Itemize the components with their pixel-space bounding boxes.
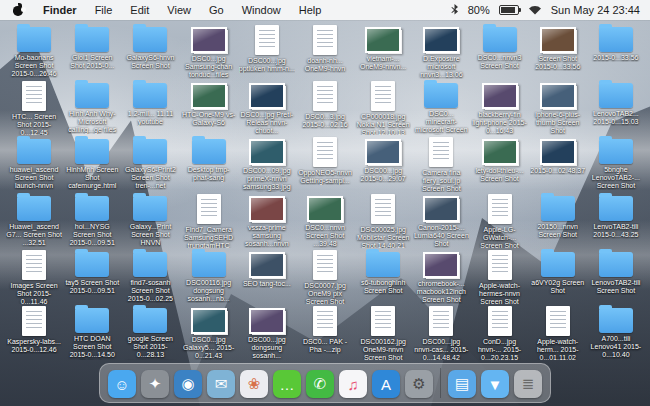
desktop-icon[interactable]: OppoNEO5-nnvn Getting-sampl... — [297, 136, 353, 191]
desktop-icon[interactable]: ConD...jpg hnvn-... 2015-0...20.23.15 — [471, 305, 527, 360]
desktop-icon[interactable]: 5bnghe LenovoTAB2-... Screen Shot — [588, 136, 644, 191]
desktop-icon[interactable]: DSC00...jpg nnvn-cas... 2015-0...14.48.4… — [413, 305, 469, 360]
dock-facetime-icon[interactable]: ✆ — [306, 370, 334, 398]
desktop-icon[interactable]: Apple-LG-GWatch-... Screen Shot 23.50.23 — [471, 193, 527, 248]
desktop-icon[interactable]: DSC00...09.jpg primeX-nnvn samsung33.jpg… — [239, 136, 295, 191]
desktop-icon[interactable]: Canon-2015-... Lumia640 Screen Shot — [413, 193, 469, 248]
desktop-icon[interactable]: DSC0...jpg Galaxy5... 2015-0...21.43 — [181, 305, 237, 360]
desktop-icon[interactable]: LenvoTAB2-tili 2015-0...43.25 — [588, 193, 644, 248]
desktop-icon[interactable]: DSC0... PAK - Pha -...zip — [297, 305, 353, 360]
desktop-icon[interactable]: DSC0...jpg Samsung-chan tonduc...files — [181, 24, 237, 79]
dock-itunes-icon[interactable]: ♫ — [339, 370, 367, 398]
dock-safari-icon[interactable]: ◉ — [174, 370, 202, 398]
apple-menu-icon[interactable] — [12, 4, 24, 16]
menu-file[interactable]: File — [86, 4, 122, 16]
desktop-icon[interactable]: huawei_ascend Screen Shot launch-nnvn — [6, 136, 62, 191]
desktop-icon[interactable]: Apple-watch-herm... 2015-0...01.11.02 — [530, 305, 586, 360]
desktop-icon[interactable]: Hinh Anh Why-Microsoft calling...ge file… — [64, 80, 120, 135]
dock-photos-icon[interactable]: ❀ — [240, 370, 268, 398]
desktop-icon[interactable]: GalaxyS6-Print2 Screen Shot tren-...net — [122, 136, 178, 191]
desktop-icon[interactable]: DSC0...jpg Preti-Releas nnvn-chuot... — [239, 80, 295, 135]
desktop-icon[interactable]: DSC0... minecraft-microsoft Screen Sh... — [413, 80, 469, 135]
menu-clock[interactable]: Sun May 24 23:44 — [551, 4, 640, 16]
desktop-icon[interactable]: CP000018.jpg Nokia N1 Screen Shot 12.10.… — [355, 80, 411, 135]
desktop-icon[interactable]: SEO tang-toc... — [239, 249, 295, 304]
desktop-icon[interactable]: DSC0007.jpg OneM9 pix Screen Shot 30.24.… — [297, 249, 353, 304]
desktop-icon[interactable]: google Screen Shot 2015-0...28.13 smartp… — [122, 305, 178, 360]
desktop-icon[interactable]: DSC0...nnvn Screen Shot ...39.48 — [297, 193, 353, 248]
desktop-icon[interactable]: DSC0...nnvn3 Screen Shot — [471, 24, 527, 79]
menu-help[interactable]: Help — [290, 4, 331, 16]
desktop-icon[interactable]: iphone-6-plus-thumb Screen Shot — [530, 80, 586, 135]
desktop-icon[interactable]: Galaxy...Print Screen Shot HNVN — [122, 193, 178, 248]
desktop-icon[interactable]: DSC0...3.jpg 2015-0...02.16 — [297, 80, 353, 135]
folder-icon — [75, 27, 109, 52]
doc-icon — [22, 306, 46, 336]
desktop-icon[interactable]: Kaspersky-labs... 2015-0...12.46 — [6, 305, 62, 360]
desktop-icon[interactable]: Mo-baonans Screen Shot 2015-0...26.46 — [6, 24, 62, 79]
menu-view[interactable]: View — [158, 4, 200, 16]
desktop-icon-label: 2015-0...02.48.37 — [530, 167, 586, 175]
desktop-icon-label: ConD...jpg hnvn-... 2015-0...20.23.15 — [471, 338, 527, 360]
desktop-icon[interactable]: DSC00...jpg dongsung sosanh... — [239, 305, 295, 360]
menu-app-finder[interactable]: Finder — [34, 4, 86, 16]
desktop-icon[interactable]: lety-doi-thieu-... Screen Shot — [471, 136, 527, 191]
desktop-icon-label: A700...tili Lenovo41 2015-0...10.40 — [588, 335, 644, 359]
desktop-icon[interactable]: a6VY02g Screen Shot — [530, 249, 586, 304]
desktop-icon[interactable]: Gioi1 Screen Shot 2015-0... — [64, 24, 120, 79]
desktop-icon[interactable]: 2015-0...02.48.37 — [530, 136, 586, 191]
dock-launchpad-icon[interactable]: ✦ — [141, 370, 169, 398]
desktop-icon[interactable]: 2015-0...33.56 — [588, 24, 644, 79]
desktop-icon[interactable]: find7-sosanh Screen Shot 2015-0...02.25 — [122, 249, 178, 304]
desktop-icon[interactable]: s6-tubonghinh Screen Shot — [355, 249, 411, 304]
dock-mail-icon[interactable]: ✉ — [207, 370, 235, 398]
dock-appstore-icon[interactable]: A — [372, 370, 400, 398]
dock-document-icon[interactable]: ▤ — [448, 370, 476, 398]
image-icon — [249, 139, 285, 165]
desktop-icon[interactable]: LenovoTAB2-tili Screen Shot — [588, 249, 644, 304]
dock-trash-icon[interactable]: ≣ — [514, 370, 542, 398]
bluetooth-icon[interactable] — [451, 4, 459, 16]
dock-system-preferences-icon[interactable]: ⚙ — [405, 370, 433, 398]
desktop-icon[interactable]: HinhMnh Screen Shot cafemurge.html — [64, 136, 120, 191]
desktop-icon[interactable]: Screen Shot 2015-0...33.56 — [530, 24, 586, 79]
desktop-icon[interactable]: GalaxyS6-hnvn Screen Shot — [122, 24, 178, 79]
dock-downloads-folder-icon[interactable]: ▼ — [481, 370, 509, 398]
desktop-icon[interactable]: Images Screen Shot 2015-0...11.46 — [6, 249, 62, 304]
desktop-icon[interactable]: HTC... Screen Shot 2015-0...12.45 — [6, 80, 62, 135]
desktop-icon[interactable]: hoi...NYSG Screen Shot 2015-0...09.51 — [64, 193, 120, 248]
desktop-icon[interactable]: Camera fina fiery_soul.jp Screen Shot — [413, 136, 469, 191]
menu-edit[interactable]: Edit — [121, 4, 158, 16]
desktop-icon[interactable]: DSC00116.jpg dongsung sosanh...nb... — [181, 249, 237, 304]
desktop-icon[interactable]: DSC00...jpg pptluken hmm-n... — [239, 24, 295, 79]
desktop-icon[interactable]: DSC00025.jpg Mobiistar Screen Shot 14.40… — [355, 193, 411, 248]
desktop-icon[interactable]: chromebook-... macbook12inch Screen Shot… — [413, 249, 469, 304]
desktop-icon[interactable]: Apple-watch-hermes-nnvn Screen Shot 02.2… — [471, 249, 527, 304]
wifi-icon[interactable] — [528, 5, 542, 15]
desktop-icon[interactable]: vietnam-... OneM9-nnvn... — [355, 24, 411, 79]
desktop-icon[interactable]: tay5 Screen Shot 2015-0...09.51 — [64, 249, 120, 304]
battery-icon[interactable] — [499, 5, 519, 15]
menu-go[interactable]: Go — [200, 4, 233, 16]
desktop-icon[interactable]: HTC-One-M9 vs-Galaxy-S6 — [181, 80, 237, 135]
desktop-icon[interactable]: HTC DOAN Screen Shot 2015-0...14.50 TNO.… — [64, 305, 120, 360]
desktop-icon[interactable]: A700...tili Lenovo41 2015-0...10.40 — [588, 305, 644, 360]
desktop-icon[interactable]: LenovoTAB2... 2015-0...15.03 — [588, 80, 644, 135]
menu-window[interactable]: Window — [233, 4, 290, 16]
desktop-icon[interactable]: D.Exposure microsoft nnvn3...13.06 — [413, 24, 469, 79]
desktop-icon[interactable]: Find7_Camera SamsungSEHD trungtamHTC — [181, 193, 237, 248]
desktop-icon[interactable]: 20150...nnvn Screen Shot — [530, 193, 586, 248]
image-icon — [540, 27, 576, 53]
desktop-icon[interactable]: blackberry-fin light-phone 2015-0...16.4… — [471, 80, 527, 135]
desktop-icon[interactable]: vssza-prime samsung sosanh...nnvn — [239, 193, 295, 248]
desktop-icon[interactable]: Huawei_ascend G7... Screen Shot ...32.51 — [6, 193, 62, 248]
dock-finder-icon[interactable]: ☺ — [108, 370, 136, 398]
desktop-icon[interactable]: 1.2-mil... 11.11 youtube — [122, 80, 178, 135]
image-icon — [307, 196, 343, 222]
dock-messages-icon[interactable]: … — [273, 370, 301, 398]
doc-icon — [488, 306, 512, 336]
desktop-icon[interactable]: DSC00...jpg 2015-0...29.07 — [355, 136, 411, 191]
desktop-icon[interactable]: Desktop tmp-phat-sang — [181, 136, 237, 191]
desktop-icon[interactable]: doanh-nh... OneM9-hnvn — [297, 24, 353, 79]
desktop-icon[interactable]: DSC00162.jpg OneM9-nnvn Screen Shot 23.1… — [355, 305, 411, 360]
